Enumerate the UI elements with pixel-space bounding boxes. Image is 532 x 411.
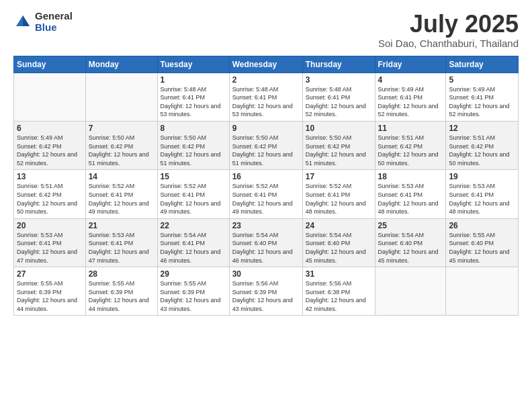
day-info: Sunrise: 5:52 AMSunset: 6:41 PMDaylight:… — [161, 182, 226, 216]
calendar-cell: 18Sunrise: 5:53 AMSunset: 6:41 PMDayligh… — [375, 170, 446, 218]
day-number: 11 — [378, 124, 443, 133]
logo-general: General — [35, 11, 73, 22]
day-number: 27 — [17, 269, 83, 279]
weekday-header-row: Sunday Monday Tuesday Wednesday Thursday… — [14, 56, 519, 73]
day-number: 23 — [232, 221, 300, 230]
day-number: 30 — [232, 269, 300, 279]
calendar-cell: 13Sunrise: 5:51 AMSunset: 6:42 PMDayligh… — [14, 170, 86, 218]
day-info: Sunrise: 5:54 AMSunset: 6:40 PMDaylight:… — [378, 231, 443, 265]
day-info: Sunrise: 5:53 AMSunset: 6:41 PMDaylight:… — [17, 231, 83, 265]
calendar-cell: 5Sunrise: 5:49 AMSunset: 6:41 PMDaylight… — [446, 73, 519, 121]
day-number: 28 — [89, 269, 154, 279]
day-number: 14 — [89, 172, 154, 181]
day-info: Sunrise: 5:53 AMSunset: 6:41 PMDaylight:… — [449, 182, 515, 216]
calendar-cell: 31Sunrise: 5:56 AMSunset: 6:38 PMDayligh… — [302, 267, 375, 316]
calendar-cell: 26Sunrise: 5:55 AMSunset: 6:40 PMDayligh… — [446, 218, 519, 267]
calendar-week-row-1: 1Sunrise: 5:48 AMSunset: 6:41 PMDaylight… — [14, 73, 519, 121]
logo-icon — [13, 13, 32, 32]
day-info: Sunrise: 5:55 AMSunset: 6:40 PMDaylight:… — [449, 231, 515, 265]
day-number: 12 — [449, 124, 515, 133]
day-number: 31 — [306, 269, 372, 279]
day-number: 3 — [306, 75, 372, 85]
calendar-cell: 21Sunrise: 5:53 AMSunset: 6:41 PMDayligh… — [85, 218, 157, 267]
day-info: Sunrise: 5:55 AMSunset: 6:39 PMDaylight:… — [17, 279, 83, 313]
calendar-cell: 17Sunrise: 5:52 AMSunset: 6:41 PMDayligh… — [302, 170, 375, 218]
day-info: Sunrise: 5:51 AMSunset: 6:42 PMDaylight:… — [449, 134, 515, 167]
day-number: 24 — [306, 221, 372, 230]
calendar-cell: 15Sunrise: 5:52 AMSunset: 6:41 PMDayligh… — [157, 170, 229, 218]
calendar-cell — [375, 267, 446, 316]
day-info: Sunrise: 5:52 AMSunset: 6:41 PMDaylight:… — [306, 182, 372, 216]
calendar-table: Sunday Monday Tuesday Wednesday Thursday… — [13, 56, 519, 316]
day-info: Sunrise: 5:49 AMSunset: 6:42 PMDaylight:… — [17, 134, 83, 167]
header: General Blue July 2025 Soi Dao, Chanthab… — [13, 11, 519, 49]
calendar-cell: 10Sunrise: 5:50 AMSunset: 6:42 PMDayligh… — [302, 121, 375, 169]
calendar-cell: 3Sunrise: 5:48 AMSunset: 6:41 PMDaylight… — [302, 73, 375, 121]
day-info: Sunrise: 5:54 AMSunset: 6:41 PMDaylight:… — [161, 231, 226, 265]
day-number: 10 — [306, 124, 372, 133]
calendar-cell: 8Sunrise: 5:50 AMSunset: 6:42 PMDaylight… — [157, 121, 229, 169]
logo-blue: Blue — [35, 22, 73, 34]
logo: General Blue — [13, 11, 73, 33]
calendar-cell: 7Sunrise: 5:50 AMSunset: 6:42 PMDaylight… — [85, 121, 157, 169]
day-number: 21 — [89, 221, 154, 230]
day-number: 26 — [449, 221, 515, 230]
logo-text: General Blue — [35, 11, 73, 33]
day-number: 13 — [17, 172, 83, 181]
day-info: Sunrise: 5:51 AMSunset: 6:42 PMDaylight:… — [378, 134, 443, 167]
calendar-cell: 16Sunrise: 5:52 AMSunset: 6:41 PMDayligh… — [229, 170, 302, 218]
day-info: Sunrise: 5:53 AMSunset: 6:41 PMDaylight:… — [89, 231, 154, 265]
calendar-cell: 4Sunrise: 5:49 AMSunset: 6:41 PMDaylight… — [375, 73, 446, 121]
calendar-cell: 25Sunrise: 5:54 AMSunset: 6:40 PMDayligh… — [375, 218, 446, 267]
day-number: 17 — [306, 172, 372, 181]
day-number: 7 — [89, 124, 154, 133]
day-number: 2 — [232, 75, 300, 85]
day-number: 25 — [378, 221, 443, 230]
day-info: Sunrise: 5:52 AMSunset: 6:41 PMDaylight:… — [232, 182, 300, 216]
day-info: Sunrise: 5:53 AMSunset: 6:41 PMDaylight:… — [378, 182, 443, 216]
calendar-cell: 14Sunrise: 5:52 AMSunset: 6:41 PMDayligh… — [85, 170, 157, 218]
calendar-cell: 6Sunrise: 5:49 AMSunset: 6:42 PMDaylight… — [14, 121, 86, 169]
calendar-week-row-3: 13Sunrise: 5:51 AMSunset: 6:42 PMDayligh… — [14, 170, 519, 218]
day-number: 18 — [378, 172, 443, 181]
header-saturday: Saturday — [446, 56, 519, 73]
calendar-cell: 24Sunrise: 5:54 AMSunset: 6:40 PMDayligh… — [302, 218, 375, 267]
calendar-cell: 1Sunrise: 5:48 AMSunset: 6:41 PMDaylight… — [157, 73, 229, 121]
calendar-cell: 23Sunrise: 5:54 AMSunset: 6:40 PMDayligh… — [229, 218, 302, 267]
calendar-cell: 28Sunrise: 5:55 AMSunset: 6:39 PMDayligh… — [85, 267, 157, 316]
header-sunday: Sunday — [14, 56, 86, 73]
header-monday: Monday — [85, 56, 157, 73]
day-number: 1 — [161, 75, 226, 85]
day-number: 16 — [232, 172, 300, 181]
calendar-week-row-2: 6Sunrise: 5:49 AMSunset: 6:42 PMDaylight… — [14, 121, 519, 169]
calendar-cell: 30Sunrise: 5:56 AMSunset: 6:39 PMDayligh… — [229, 267, 302, 316]
day-info: Sunrise: 5:49 AMSunset: 6:41 PMDaylight:… — [378, 85, 443, 119]
day-info: Sunrise: 5:55 AMSunset: 6:39 PMDaylight:… — [161, 279, 226, 313]
day-number: 8 — [161, 124, 226, 133]
day-info: Sunrise: 5:55 AMSunset: 6:39 PMDaylight:… — [89, 279, 154, 313]
day-info: Sunrise: 5:48 AMSunset: 6:41 PMDaylight:… — [161, 85, 226, 119]
day-info: Sunrise: 5:50 AMSunset: 6:42 PMDaylight:… — [161, 134, 226, 167]
day-number: 22 — [161, 221, 226, 230]
calendar-week-row-5: 27Sunrise: 5:55 AMSunset: 6:39 PMDayligh… — [14, 267, 519, 316]
calendar-cell: 2Sunrise: 5:48 AMSunset: 6:41 PMDaylight… — [229, 73, 302, 121]
calendar-cell — [85, 73, 157, 121]
day-number: 20 — [17, 221, 83, 230]
day-number: 6 — [17, 124, 83, 133]
calendar-cell: 22Sunrise: 5:54 AMSunset: 6:41 PMDayligh… — [157, 218, 229, 267]
header-friday: Friday — [375, 56, 446, 73]
calendar-cell: 19Sunrise: 5:53 AMSunset: 6:41 PMDayligh… — [446, 170, 519, 218]
subtitle: Soi Dao, Chanthaburi, Thailand — [378, 38, 519, 49]
day-info: Sunrise: 5:56 AMSunset: 6:39 PMDaylight:… — [232, 279, 300, 313]
svg-marker-1 — [23, 15, 30, 26]
calendar-cell — [446, 267, 519, 316]
title-block: July 2025 Soi Dao, Chanthaburi, Thailand — [378, 11, 519, 49]
day-info: Sunrise: 5:48 AMSunset: 6:41 PMDaylight:… — [232, 85, 300, 119]
calendar-page: General Blue July 2025 Soi Dao, Chanthab… — [0, 0, 532, 411]
day-number: 19 — [449, 172, 515, 181]
day-info: Sunrise: 5:52 AMSunset: 6:41 PMDaylight:… — [89, 182, 154, 216]
calendar-cell: 20Sunrise: 5:53 AMSunset: 6:41 PMDayligh… — [14, 218, 86, 267]
day-number: 4 — [378, 75, 443, 85]
calendar-cell: 27Sunrise: 5:55 AMSunset: 6:39 PMDayligh… — [14, 267, 86, 316]
day-number: 5 — [449, 75, 515, 85]
